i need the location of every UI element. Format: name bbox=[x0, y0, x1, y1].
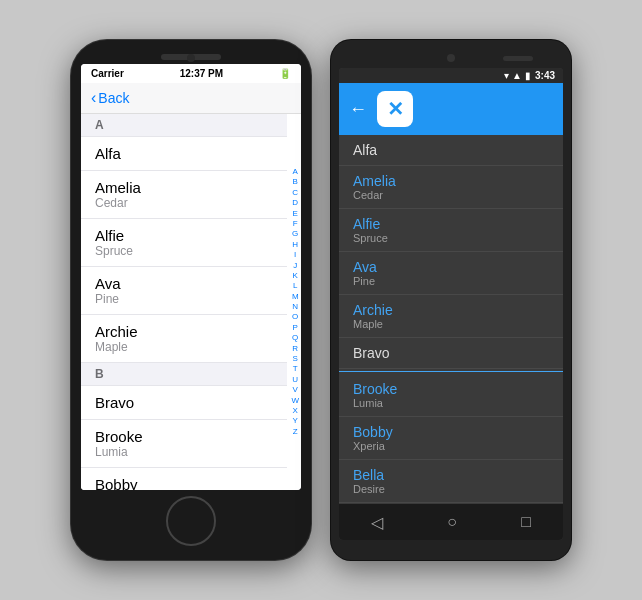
android-contact-list[interactable]: Alfa Amelia Cedar Alfie Spruce Ava Pine … bbox=[339, 135, 563, 504]
contact-name: Bella bbox=[353, 467, 549, 483]
contact-name: Alfie bbox=[95, 227, 273, 244]
contact-name: Alfa bbox=[353, 142, 549, 158]
contact-sub: Pine bbox=[95, 292, 273, 306]
contact-sub: Cedar bbox=[353, 189, 549, 201]
contact-name: Amelia bbox=[353, 173, 549, 189]
android-home-icon[interactable]: ○ bbox=[447, 513, 457, 531]
carrier-label: Carrier bbox=[91, 68, 124, 79]
back-button[interactable]: ‹ Back bbox=[91, 89, 129, 107]
list-item[interactable]: Bobby Xperia bbox=[81, 468, 287, 490]
contact-sub: Lumia bbox=[353, 397, 549, 409]
list-item[interactable]: Bravo bbox=[81, 386, 287, 420]
android-app-icon: ✕ bbox=[377, 91, 413, 127]
android-back-button[interactable]: ← bbox=[349, 99, 367, 120]
list-item[interactable]: Bobby Xperia bbox=[339, 417, 563, 460]
android-status-bar: ▾ ▲ ▮ 3:43 bbox=[339, 68, 563, 83]
list-item[interactable]: Bravo bbox=[339, 338, 563, 369]
android-back-nav-icon[interactable]: ◁ bbox=[371, 513, 383, 532]
contact-name: Bravo bbox=[353, 345, 549, 361]
contact-sub: Maple bbox=[95, 340, 273, 354]
android-device: ▾ ▲ ▮ 3:43 ← ✕ Alfa Amelia C bbox=[331, 40, 571, 560]
contact-sub: Desire bbox=[353, 483, 549, 495]
iphone-status-bar: Carrier 12:37 PM 🔋 bbox=[81, 64, 301, 83]
contact-name: Archie bbox=[353, 302, 549, 318]
contact-sub: Lumia bbox=[95, 445, 273, 459]
iphone-home-button[interactable] bbox=[166, 496, 216, 546]
battery-icon: ▮ bbox=[525, 70, 531, 81]
ios-alpha-index[interactable]: A B C D E F G H I J K L M N O P Q bbox=[291, 167, 299, 437]
contact-sub: Xperia bbox=[353, 440, 549, 452]
contact-sub: Cedar bbox=[95, 196, 273, 210]
android-toolbar: ← ✕ bbox=[339, 83, 563, 135]
contact-name: Brooke bbox=[95, 428, 273, 445]
phones-container: Carrier 12:37 PM 🔋 ‹ Back A Alfa bbox=[51, 20, 591, 580]
contact-sub: Maple bbox=[353, 318, 549, 330]
list-item[interactable]: Brooke Lumia bbox=[339, 374, 563, 417]
list-item[interactable]: Ava Pine bbox=[81, 267, 287, 315]
list-item[interactable]: Archie Maple bbox=[339, 295, 563, 338]
wifi-icon: ▾ bbox=[504, 70, 509, 81]
contact-name: Brooke bbox=[353, 381, 549, 397]
contact-name: Bobby bbox=[353, 424, 549, 440]
list-item[interactable]: Amelia Cedar bbox=[81, 171, 287, 219]
contact-sub: Spruce bbox=[95, 244, 273, 258]
iphone-contact-list[interactable]: A Alfa Amelia Cedar Alfie Spruce Ava Pi bbox=[81, 114, 301, 490]
list-item[interactable]: Brooke Lumia bbox=[81, 420, 287, 468]
android-camera bbox=[447, 54, 455, 62]
contact-name: Ava bbox=[95, 275, 273, 292]
battery-icon: 🔋 bbox=[279, 68, 291, 79]
iphone-nav-bar: ‹ Back bbox=[81, 83, 301, 114]
list-item[interactable]: Archie Maple bbox=[81, 315, 287, 363]
contact-name: Alfie bbox=[353, 216, 549, 232]
time-label: 12:37 PM bbox=[180, 68, 223, 79]
contact-name: Ava bbox=[353, 259, 549, 275]
list-item[interactable]: Alfie Spruce bbox=[81, 219, 287, 267]
android-time: 3:43 bbox=[535, 70, 555, 81]
contact-name: Alfa bbox=[95, 145, 273, 162]
list-item[interactable]: Alfa bbox=[339, 135, 563, 166]
iphone-device: Carrier 12:37 PM 🔋 ‹ Back A Alfa bbox=[71, 40, 311, 560]
section-divider bbox=[339, 371, 563, 372]
android-top-bezel bbox=[339, 48, 563, 68]
list-item[interactable]: Bella Desire bbox=[339, 460, 563, 503]
signal-icon: ▲ bbox=[512, 70, 522, 81]
android-speaker bbox=[503, 56, 533, 61]
list-item[interactable]: Alfa bbox=[81, 137, 287, 171]
android-status-icons: ▾ ▲ ▮ bbox=[504, 70, 531, 81]
ios-section-header-a: A bbox=[81, 114, 287, 137]
list-item[interactable]: Amelia Cedar bbox=[339, 166, 563, 209]
android-nav-bar: ◁ ○ □ bbox=[339, 504, 563, 540]
contact-name: Amelia bbox=[95, 179, 273, 196]
contact-name: Bobby bbox=[95, 476, 273, 490]
iphone-list-content: A Alfa Amelia Cedar Alfie Spruce Ava Pi bbox=[81, 114, 301, 490]
ios-section-header-b: B bbox=[81, 363, 287, 386]
contact-sub: Pine bbox=[353, 275, 549, 287]
back-label: Back bbox=[98, 90, 129, 106]
contact-name: Archie bbox=[95, 323, 273, 340]
contact-name: Bravo bbox=[95, 394, 273, 411]
list-item[interactable]: Ava Pine bbox=[339, 252, 563, 295]
android-screen: ▾ ▲ ▮ 3:43 ← ✕ Alfa Amelia C bbox=[339, 68, 563, 540]
android-bottom-bezel bbox=[339, 540, 563, 552]
list-item[interactable]: Alfie Spruce bbox=[339, 209, 563, 252]
contact-sub: Spruce bbox=[353, 232, 549, 244]
iphone-camera bbox=[187, 54, 195, 62]
android-recents-icon[interactable]: □ bbox=[521, 513, 531, 531]
iphone-screen: Carrier 12:37 PM 🔋 ‹ Back A Alfa bbox=[81, 64, 301, 490]
back-chevron-icon: ‹ bbox=[91, 89, 96, 107]
app-icon-label: ✕ bbox=[387, 97, 404, 121]
